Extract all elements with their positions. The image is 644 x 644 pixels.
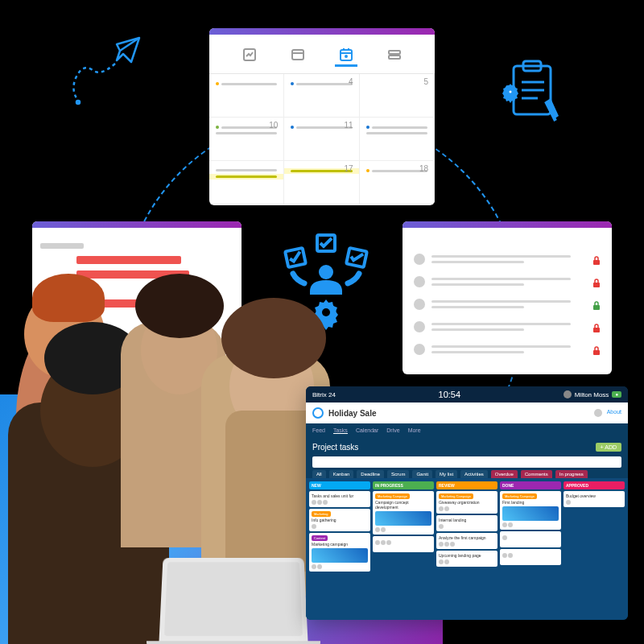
calendar-cell[interactable]: 11 (284, 118, 359, 161)
kanban-card[interactable]: Budget overview (564, 491, 625, 507)
kanban-columns: NEWTasks and sales unit forMarketingInfo… (306, 478, 628, 620)
kanban-card[interactable] (500, 549, 561, 565)
svg-point-21 (345, 56, 347, 57)
lock-icon (592, 277, 601, 287)
calendar-tab-bar (209, 35, 435, 73)
list-row[interactable] (414, 299, 601, 310)
lock-icon (592, 254, 601, 264)
svg-rect-24 (593, 260, 600, 265)
kanban-card[interactable] (500, 531, 561, 547)
workspace-title: Holiday Sale (328, 409, 376, 418)
user-avatar[interactable] (564, 390, 572, 398)
kanban-card[interactable]: Marketing CampaignGiveaway organization (436, 491, 497, 514)
calendar-cell[interactable]: 18 (360, 161, 435, 204)
view-tab[interactable]: In progress (555, 470, 588, 478)
kanban-column: REVIEWMarketing CampaignGiveaway organiz… (436, 481, 497, 620)
about-link[interactable]: About (607, 409, 621, 417)
nav-drive[interactable]: Drive (386, 427, 399, 434)
view-tab[interactable]: Comments (521, 470, 552, 478)
svg-rect-15 (292, 50, 303, 60)
kanban-card[interactable]: ContentMarketing campaign (309, 533, 370, 572)
list-row[interactable] (414, 321, 601, 332)
kanban-column: DONEMarketing CampaignFirst landing (500, 481, 561, 620)
calendar-grid: 4510111718 (209, 73, 435, 204)
svg-point-0 (76, 101, 80, 104)
calendar-cell[interactable] (360, 118, 435, 161)
svg-point-7 (508, 89, 513, 94)
view-tab[interactable]: Activities (460, 470, 488, 478)
view-tab[interactable]: Deadline (357, 470, 384, 478)
search-input[interactable] (312, 456, 621, 468)
kanban-card[interactable] (373, 536, 434, 552)
kanban-column: NEWTasks and sales unit forMarketingInfo… (309, 481, 370, 620)
tab-chart[interactable] (238, 44, 261, 67)
view-tab[interactable]: All (312, 470, 326, 478)
kanban-card[interactable]: Internal landing (436, 515, 497, 531)
kanban-column: IN PROGRESSMarketing CampaignCampaign co… (373, 481, 434, 620)
kanban-card[interactable]: MarketingInfo gathering (309, 509, 370, 531)
calendar-cell[interactable]: 4 (284, 74, 359, 118)
svg-rect-26 (593, 305, 600, 310)
tab-calendar[interactable] (335, 44, 357, 67)
kanban-column: APPROVEDBudget overview (564, 481, 625, 620)
svg-rect-25 (593, 283, 600, 287)
kanban-card[interactable]: Marketing CampaignFirst landing (500, 491, 561, 530)
list-row[interactable] (414, 276, 601, 287)
lock-icon (592, 322, 601, 332)
list-row[interactable] (414, 344, 601, 355)
svg-rect-22 (389, 51, 400, 54)
nav-more[interactable]: More (408, 427, 421, 434)
add-button[interactable]: + ADD (596, 443, 621, 452)
column-header: REVIEW (436, 481, 497, 489)
calendar-cell[interactable]: 17 (284, 161, 359, 204)
svg-rect-28 (593, 350, 600, 355)
column-header: IN PROGRESS (373, 481, 434, 489)
brand-label: Bitrix 24 (312, 391, 336, 398)
time-label: 10:54 (439, 390, 461, 399)
svg-rect-27 (593, 328, 600, 332)
panel-gradient-bar (402, 221, 612, 228)
user-name: Milton Moss (575, 391, 609, 398)
avatar (414, 254, 425, 265)
avatar (414, 344, 425, 355)
gantt-row (40, 241, 233, 250)
gantt-row (40, 255, 233, 265)
clipboard-gear-icon (499, 56, 564, 132)
avatar (414, 276, 425, 287)
calendar-cell[interactable]: 5 (360, 74, 435, 118)
kanban-card[interactable]: Analyze the first campaign (436, 533, 497, 549)
calendar-cell[interactable] (209, 161, 284, 204)
kanban-card[interactable]: Marketing CampaignCampaign concept devel… (373, 491, 434, 535)
avatar (414, 299, 425, 310)
kanban-view-tabs: AllKanbanDeadlineScrumGanttMy listActivi… (306, 468, 628, 478)
svg-rect-23 (389, 56, 400, 59)
kanban-workspace-header: Holiday Sale About (306, 402, 628, 423)
kanban-topbar: Bitrix 24 10:54 Milton Moss ● (306, 386, 628, 402)
laptop (159, 558, 308, 644)
panel-gradient-bar (209, 28, 435, 35)
svg-point-29 (313, 408, 323, 418)
calendar-panel: 4510111718 (209, 28, 435, 205)
member-avatar[interactable] (594, 409, 602, 417)
nav-feed[interactable]: Feed (312, 427, 325, 434)
calendar-cell[interactable] (209, 74, 284, 118)
kanban-card[interactable]: Upcoming landing page (436, 551, 497, 567)
calendar-cell[interactable]: 10 (209, 118, 284, 161)
tab-feed[interactable] (287, 44, 309, 67)
nav-tasks[interactable]: Tasks (333, 427, 348, 434)
kanban-card[interactable]: Tasks and sales unit for (309, 491, 370, 507)
view-tab[interactable]: Kanban (329, 470, 354, 478)
workspace-icon (312, 407, 324, 419)
column-header: APPROVED (564, 481, 625, 489)
view-tab[interactable]: Overdue (491, 470, 518, 478)
view-tab[interactable]: Gantt (412, 470, 432, 478)
kanban-nav: FeedTasksCalendarDriveMore (306, 423, 628, 438)
tab-drive[interactable] (383, 44, 406, 67)
view-tab[interactable]: Scrum (387, 470, 409, 478)
avatar (414, 321, 425, 332)
status-badge: ● (612, 391, 621, 398)
list-row[interactable] (414, 254, 601, 265)
view-tab[interactable]: My list (436, 470, 457, 478)
nav-calendar[interactable]: Calendar (356, 427, 378, 434)
paper-plane-icon (68, 36, 141, 120)
